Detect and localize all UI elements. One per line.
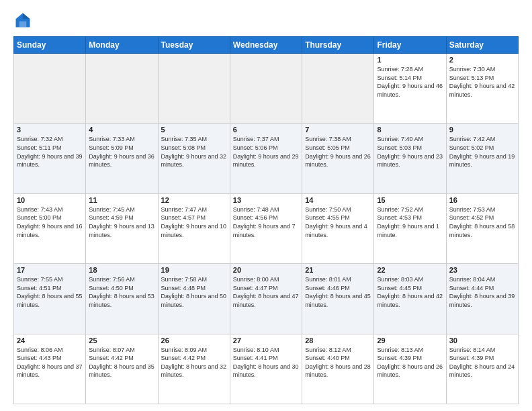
calendar-cell: 18Sunrise: 7:56 AM Sunset: 4:50 PM Dayli…: [86, 264, 158, 334]
day-info: Sunrise: 7:47 AM Sunset: 4:57 PM Dayligh…: [161, 205, 227, 239]
day-info: Sunrise: 8:04 AM Sunset: 4:44 PM Dayligh…: [449, 275, 515, 309]
day-info: Sunrise: 7:50 AM Sunset: 4:55 PM Dayligh…: [305, 205, 371, 239]
day-number: 27: [233, 336, 299, 345]
day-number: 16: [449, 196, 515, 204]
day-info: Sunrise: 8:03 AM Sunset: 4:45 PM Dayligh…: [377, 275, 443, 309]
day-number: 5: [161, 126, 227, 134]
calendar-cell: [230, 54, 302, 124]
day-number: 10: [17, 196, 83, 204]
calendar-cell: 20Sunrise: 8:00 AM Sunset: 4:47 PM Dayli…: [230, 264, 302, 334]
day-info: Sunrise: 7:45 AM Sunset: 4:59 PM Dayligh…: [89, 205, 154, 239]
calendar-cell: 14Sunrise: 7:50 AM Sunset: 4:55 PM Dayli…: [302, 193, 374, 263]
day-number: 13: [233, 196, 299, 204]
day-number: 17: [17, 266, 83, 274]
week-row-1: 1Sunrise: 7:28 AM Sunset: 5:14 PM Daylig…: [14, 54, 519, 124]
day-number: 24: [17, 336, 83, 345]
calendar-cell: 19Sunrise: 7:58 AM Sunset: 4:48 PM Dayli…: [158, 264, 230, 334]
day-number: 21: [305, 266, 371, 274]
day-number: 9: [449, 126, 515, 134]
day-info: Sunrise: 7:42 AM Sunset: 5:02 PM Dayligh…: [449, 135, 515, 169]
logo: [13, 11, 34, 30]
week-row-2: 3Sunrise: 7:32 AM Sunset: 5:11 PM Daylig…: [14, 124, 519, 193]
calendar-cell: 29Sunrise: 8:13 AM Sunset: 4:39 PM Dayli…: [374, 334, 446, 404]
day-info: Sunrise: 7:30 AM Sunset: 5:13 PM Dayligh…: [449, 65, 515, 99]
day-info: Sunrise: 8:01 AM Sunset: 4:46 PM Dayligh…: [305, 275, 371, 309]
day-number: 23: [449, 266, 515, 274]
day-number: 1: [377, 56, 443, 64]
calendar-cell: 16Sunrise: 7:53 AM Sunset: 4:52 PM Dayli…: [446, 193, 518, 263]
calendar-cell: [86, 54, 158, 124]
day-number: 11: [89, 196, 154, 204]
calendar-cell: 11Sunrise: 7:45 AM Sunset: 4:59 PM Dayli…: [86, 193, 158, 263]
calendar-cell: 27Sunrise: 8:10 AM Sunset: 4:41 PM Dayli…: [230, 334, 302, 404]
day-info: Sunrise: 7:58 AM Sunset: 4:48 PM Dayligh…: [161, 275, 227, 309]
logo-icon: [13, 11, 32, 30]
day-number: 29: [377, 336, 443, 345]
day-info: Sunrise: 8:07 AM Sunset: 4:42 PM Dayligh…: [89, 346, 154, 379]
calendar-cell: 2Sunrise: 7:30 AM Sunset: 5:13 PM Daylig…: [446, 54, 518, 124]
day-info: Sunrise: 7:56 AM Sunset: 4:50 PM Dayligh…: [89, 275, 154, 309]
day-number: 2: [449, 56, 515, 64]
day-info: Sunrise: 8:10 AM Sunset: 4:41 PM Dayligh…: [233, 346, 299, 379]
calendar-cell: 12Sunrise: 7:47 AM Sunset: 4:57 PM Dayli…: [158, 193, 230, 263]
calendar-cell: 24Sunrise: 8:06 AM Sunset: 4:43 PM Dayli…: [14, 334, 86, 404]
day-info: Sunrise: 7:37 AM Sunset: 5:06 PM Dayligh…: [233, 135, 299, 169]
week-row-3: 10Sunrise: 7:43 AM Sunset: 5:00 PM Dayli…: [14, 193, 519, 263]
day-info: Sunrise: 8:13 AM Sunset: 4:39 PM Dayligh…: [377, 346, 443, 379]
calendar-cell: 6Sunrise: 7:37 AM Sunset: 5:06 PM Daylig…: [230, 124, 302, 193]
calendar-cell: [14, 54, 86, 124]
day-number: 14: [305, 196, 371, 204]
weekday-header-sunday: Sunday: [14, 37, 86, 54]
weekday-header-monday: Monday: [86, 37, 158, 54]
day-number: 26: [161, 336, 227, 345]
day-info: Sunrise: 7:52 AM Sunset: 4:53 PM Dayligh…: [377, 205, 443, 239]
day-info: Sunrise: 7:53 AM Sunset: 4:52 PM Dayligh…: [449, 205, 515, 239]
calendar-cell: 7Sunrise: 7:38 AM Sunset: 5:05 PM Daylig…: [302, 124, 374, 193]
calendar-cell: 1Sunrise: 7:28 AM Sunset: 5:14 PM Daylig…: [374, 54, 446, 124]
svg-marker-1: [23, 13, 30, 19]
calendar-table: SundayMondayTuesdayWednesdayThursdayFrid…: [13, 36, 519, 404]
day-info: Sunrise: 7:28 AM Sunset: 5:14 PM Dayligh…: [377, 65, 443, 99]
calendar-cell: [158, 54, 230, 124]
day-number: 4: [89, 126, 154, 134]
day-number: 25: [89, 336, 154, 345]
day-info: Sunrise: 7:33 AM Sunset: 5:09 PM Dayligh…: [89, 135, 154, 169]
calendar-cell: 26Sunrise: 8:09 AM Sunset: 4:42 PM Dayli…: [158, 334, 230, 404]
week-row-4: 17Sunrise: 7:55 AM Sunset: 4:51 PM Dayli…: [14, 264, 519, 334]
calendar-cell: 8Sunrise: 7:40 AM Sunset: 5:03 PM Daylig…: [374, 124, 446, 193]
weekday-header-saturday: Saturday: [446, 37, 518, 54]
calendar-cell: 22Sunrise: 8:03 AM Sunset: 4:45 PM Dayli…: [374, 264, 446, 334]
weekday-header-wednesday: Wednesday: [230, 37, 302, 54]
day-number: 18: [89, 266, 154, 274]
weekday-header-tuesday: Tuesday: [158, 37, 230, 54]
page: SundayMondayTuesdayWednesdayThursdayFrid…: [0, 0, 532, 411]
weekday-header-friday: Friday: [374, 37, 446, 54]
day-info: Sunrise: 8:09 AM Sunset: 4:42 PM Dayligh…: [161, 346, 227, 379]
day-number: 28: [305, 336, 371, 345]
day-info: Sunrise: 8:12 AM Sunset: 4:40 PM Dayligh…: [305, 346, 371, 379]
calendar-cell: 13Sunrise: 7:48 AM Sunset: 4:56 PM Dayli…: [230, 193, 302, 263]
calendar-cell: 23Sunrise: 8:04 AM Sunset: 4:44 PM Dayli…: [446, 264, 518, 334]
weekday-header-thursday: Thursday: [302, 37, 374, 54]
week-row-5: 24Sunrise: 8:06 AM Sunset: 4:43 PM Dayli…: [14, 334, 519, 404]
header: [13, 11, 519, 30]
day-number: 22: [377, 266, 443, 274]
day-number: 6: [233, 126, 299, 134]
calendar-cell: 25Sunrise: 8:07 AM Sunset: 4:42 PM Dayli…: [86, 334, 158, 404]
calendar-cell: 3Sunrise: 7:32 AM Sunset: 5:11 PM Daylig…: [14, 124, 86, 193]
calendar-cell: 4Sunrise: 7:33 AM Sunset: 5:09 PM Daylig…: [86, 124, 158, 193]
calendar-cell: [302, 54, 374, 124]
day-info: Sunrise: 7:48 AM Sunset: 4:56 PM Dayligh…: [233, 205, 299, 239]
day-info: Sunrise: 8:00 AM Sunset: 4:47 PM Dayligh…: [233, 275, 299, 309]
calendar-cell: 15Sunrise: 7:52 AM Sunset: 4:53 PM Dayli…: [374, 193, 446, 263]
day-number: 7: [305, 126, 371, 134]
calendar-cell: 30Sunrise: 8:14 AM Sunset: 4:39 PM Dayli…: [446, 334, 518, 404]
day-info: Sunrise: 8:06 AM Sunset: 4:43 PM Dayligh…: [17, 346, 83, 379]
day-number: 8: [377, 126, 443, 134]
day-info: Sunrise: 7:40 AM Sunset: 5:03 PM Dayligh…: [377, 135, 443, 169]
calendar-cell: 10Sunrise: 7:43 AM Sunset: 5:00 PM Dayli…: [14, 193, 86, 263]
calendar-cell: 17Sunrise: 7:55 AM Sunset: 4:51 PM Dayli…: [14, 264, 86, 334]
day-info: Sunrise: 7:43 AM Sunset: 5:00 PM Dayligh…: [17, 205, 83, 239]
day-number: 3: [17, 126, 83, 134]
day-number: 20: [233, 266, 299, 274]
